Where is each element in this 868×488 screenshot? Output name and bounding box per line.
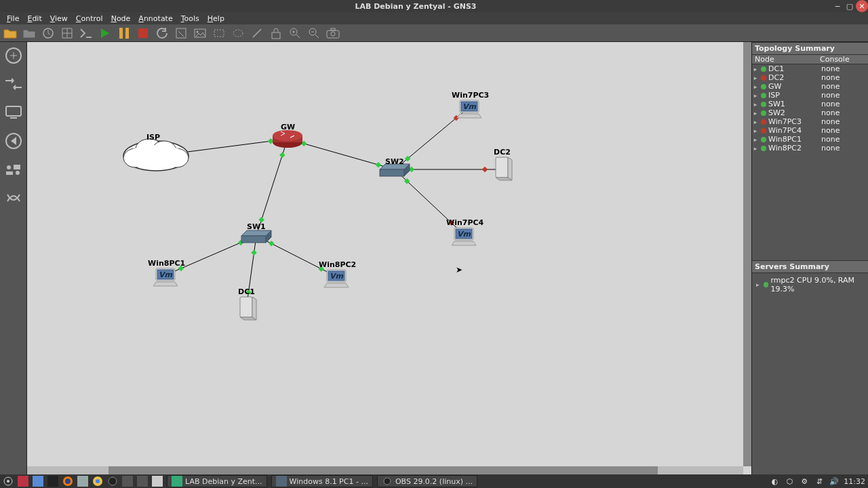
node-Win8PC1[interactable]: Vm xyxy=(153,268,178,286)
obs-icon[interactable] xyxy=(107,476,118,487)
node-label-Win8PC2[interactable]: Win8PC2 xyxy=(319,260,356,269)
expand-arrow-icon[interactable]: ▸ xyxy=(752,101,759,108)
zoom-out-button[interactable] xyxy=(307,26,321,41)
topology-node-row[interactable]: ▸ISPnone xyxy=(752,91,868,100)
stop-all-button[interactable] xyxy=(136,26,151,41)
topology-node-row[interactable]: ▸Win7PC3none xyxy=(752,117,868,126)
app2-icon[interactable] xyxy=(122,476,133,487)
editor-icon[interactable] xyxy=(152,476,163,487)
task-vm[interactable]: Windows 8.1 PC1 - ... xyxy=(271,475,373,487)
browse-enddev-button[interactable] xyxy=(3,102,24,123)
tray-clock[interactable]: 11:32 xyxy=(844,477,865,486)
node-Win8PC2[interactable]: Vm xyxy=(324,270,349,287)
topology-summary-header[interactable]: Topology Summary xyxy=(752,42,868,55)
menu-edit[interactable]: Edit xyxy=(23,14,45,23)
tray-icon-1[interactable]: ◐ xyxy=(769,476,780,487)
horizontal-scrollbar[interactable] xyxy=(27,466,743,474)
expand-arrow-icon[interactable]: ▸ xyxy=(752,110,759,117)
menu-help[interactable]: Help xyxy=(203,14,229,23)
menu-node[interactable]: Node xyxy=(107,14,135,23)
tray-network-icon[interactable]: ⇵ xyxy=(814,476,825,487)
vertical-scrollbar[interactable] xyxy=(743,42,751,466)
reload-button[interactable] xyxy=(155,26,170,41)
node-label-SW1[interactable]: SW1 xyxy=(247,222,266,231)
node-Win7PC4[interactable]: Vm xyxy=(452,228,476,245)
grid-icon[interactable] xyxy=(60,26,75,41)
firefox-icon[interactable] xyxy=(62,476,73,487)
menu-tools[interactable]: Tools xyxy=(177,14,203,23)
topology-node-row[interactable]: ▸GWnone xyxy=(752,82,868,91)
column-node[interactable]: Node xyxy=(752,55,820,64)
draw-ellipse-button[interactable] xyxy=(231,26,245,41)
node-label-Win7PC3[interactable]: Win7PC3 xyxy=(452,91,489,100)
minimize-button[interactable]: ─ xyxy=(831,0,844,12)
console-button[interactable] xyxy=(79,26,94,41)
annotate-note-button[interactable] xyxy=(174,26,189,41)
open-project-button[interactable] xyxy=(22,26,37,41)
node-label-DC2[interactable]: DC2 xyxy=(494,148,511,157)
start-menu-button[interactable] xyxy=(3,476,14,487)
menu-file[interactable]: File xyxy=(3,14,23,23)
browse-switches-button[interactable] xyxy=(3,73,24,95)
menu-control[interactable]: Control xyxy=(72,14,107,23)
expand-arrow-icon[interactable]: ▸ xyxy=(752,136,759,143)
topology-node-row[interactable]: ▸Win8PC1none xyxy=(752,135,868,144)
mail-icon[interactable] xyxy=(77,476,88,487)
topology-node-row[interactable]: ▸Win8PC2none xyxy=(752,144,868,152)
node-label-GW[interactable]: GW xyxy=(281,123,295,131)
close-button[interactable]: ✕ xyxy=(856,0,868,12)
node-Win7PC3[interactable]: Vm xyxy=(457,100,481,118)
node-DC1[interactable] xyxy=(240,297,256,320)
server-row[interactable]: ▸ rmpc2 CPU 9.0%, RAM 19.3% xyxy=(755,276,865,293)
node-label-ISP[interactable]: ISP xyxy=(146,133,160,142)
node-SW1[interactable] xyxy=(241,230,271,243)
expand-arrow-icon[interactable]: ▸ xyxy=(752,83,759,90)
node-label-Win7PC4[interactable]: Win7PC4 xyxy=(446,218,484,227)
tray-icon-2[interactable]: ⬡ xyxy=(784,476,795,487)
topology-node-row[interactable]: ▸SW1none xyxy=(752,100,868,108)
expand-arrow-icon[interactable]: ▸ xyxy=(755,281,761,288)
expand-arrow-icon[interactable]: ▸ xyxy=(752,127,759,134)
files-icon[interactable] xyxy=(33,476,43,487)
chrome-icon[interactable] xyxy=(92,476,103,487)
menu-view[interactable]: View xyxy=(46,14,72,23)
servers-summary-header[interactable]: Servers Summary xyxy=(752,260,868,273)
clock-icon[interactable] xyxy=(41,26,56,41)
node-GW[interactable] xyxy=(273,130,302,148)
expand-arrow-icon[interactable]: ▸ xyxy=(752,75,759,81)
screenshot-button[interactable] xyxy=(326,26,340,41)
expand-arrow-icon[interactable]: ▸ xyxy=(752,66,759,73)
draw-line-button[interactable] xyxy=(250,26,264,41)
node-label-Win8PC1[interactable]: Win8PC1 xyxy=(148,259,185,268)
tray-volume-icon[interactable]: 🔊 xyxy=(829,476,840,487)
add-link-button[interactable] xyxy=(3,187,24,209)
maximize-button[interactable]: ▢ xyxy=(844,0,856,12)
browse-routers-button[interactable] xyxy=(3,45,24,66)
browse-all-button[interactable] xyxy=(3,159,24,180)
insert-image-button[interactable] xyxy=(193,26,208,41)
task-gns3[interactable]: LAB Debian y Zent... xyxy=(167,475,267,487)
menu-annotate[interactable]: Annotate xyxy=(134,14,176,23)
browse-security-button[interactable] xyxy=(3,130,24,152)
app-icon[interactable] xyxy=(18,476,28,487)
pause-all-button[interactable] xyxy=(117,26,132,41)
new-project-button[interactable] xyxy=(3,26,18,41)
lock-button[interactable] xyxy=(269,26,283,41)
topology-node-row[interactable]: ▸DC1none xyxy=(752,64,868,73)
node-label-SW2[interactable]: SW2 xyxy=(385,157,404,166)
node-label-DC1[interactable]: DC1 xyxy=(238,287,255,296)
topology-node-row[interactable]: ▸Win7PC4none xyxy=(752,126,868,135)
column-console[interactable]: Console xyxy=(820,55,868,64)
expand-arrow-icon[interactable]: ▸ xyxy=(752,119,759,125)
expand-arrow-icon[interactable]: ▸ xyxy=(752,145,759,152)
system-taskbar[interactable]: LAB Debian y Zent... Windows 8.1 PC1 - .… xyxy=(0,474,868,488)
topology-node-row[interactable]: ▸DC2none xyxy=(752,73,868,82)
node-DC2[interactable] xyxy=(496,157,512,180)
terminal-icon[interactable] xyxy=(47,476,58,487)
start-all-button[interactable] xyxy=(98,26,113,41)
node-ISP[interactable] xyxy=(123,139,189,171)
zoom-in-button[interactable] xyxy=(288,26,302,41)
draw-rect-button[interactable] xyxy=(212,26,226,41)
expand-arrow-icon[interactable]: ▸ xyxy=(752,92,759,99)
topology-node-row[interactable]: ▸SW2none xyxy=(752,108,868,117)
